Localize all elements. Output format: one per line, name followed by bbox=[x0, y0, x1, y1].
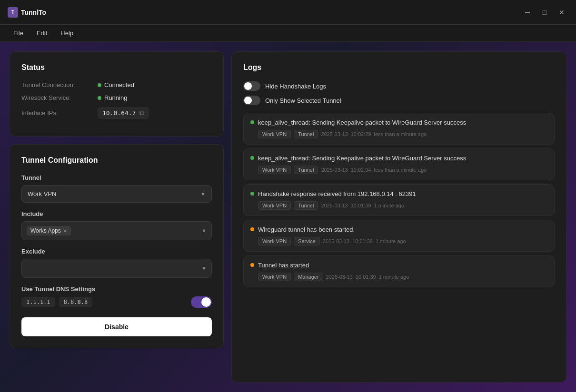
log-time-5: 10:01:39 bbox=[356, 274, 376, 280]
log-message-4: Wireguard tunnel has been started. bbox=[258, 226, 547, 233]
tunnel-connection-row: Tunnel Connection: Connected bbox=[21, 81, 212, 88]
log-message-5: Tunnel has started bbox=[258, 262, 547, 269]
log-badge-type-3: Tunnel bbox=[294, 201, 318, 210]
ip-box: 10.0.64.7 ⧉ bbox=[98, 107, 149, 119]
log-ago-3: 1 minute ago bbox=[374, 203, 404, 208]
log-date-3: 2025-03-13 bbox=[321, 203, 348, 208]
app-title: TunnlTo bbox=[21, 9, 46, 16]
minimize-button[interactable]: ─ bbox=[521, 6, 534, 19]
menu-edit[interactable]: Edit bbox=[31, 28, 53, 39]
menubar: File Edit Help bbox=[0, 25, 576, 42]
menu-file[interactable]: File bbox=[8, 28, 29, 39]
disable-button[interactable]: Disable bbox=[21, 317, 212, 336]
exclude-label: Exclude bbox=[21, 248, 212, 255]
log-tags-2: Work VPN Tunnel 2025-03-13 10:02:04 less… bbox=[250, 166, 547, 174]
dns-toggle[interactable] bbox=[191, 296, 212, 308]
status-card: Status Tunnel Connection: Connected Wire… bbox=[10, 51, 224, 137]
app-logo: T TunnlTo bbox=[8, 7, 46, 18]
log-tags-5: Work VPN Manager 2025-03-13 10:01:39 1 m… bbox=[250, 273, 547, 281]
hide-handshake-toggle[interactable] bbox=[243, 81, 260, 91]
menu-help[interactable]: Help bbox=[55, 28, 79, 39]
logs-list: keep_alive_thread: Sending Keepalive pac… bbox=[243, 113, 555, 287]
only-selected-knob bbox=[244, 97, 252, 104]
log-badge-type-5: Manager bbox=[294, 273, 323, 281]
tunnel-connection-label: Tunnel Connection: bbox=[21, 81, 98, 88]
log-ago-5: 1 minute ago bbox=[379, 274, 409, 280]
exclude-input[interactable]: ▼ bbox=[21, 259, 212, 278]
handshake-toggle-row: Hide Handshake Logs bbox=[243, 81, 555, 91]
log-ago-4: 1 minute ago bbox=[376, 238, 406, 244]
tunnel-dropdown[interactable]: Work VPN ▼ bbox=[21, 185, 212, 203]
log-header-4: Wireguard tunnel has been started. bbox=[250, 226, 547, 233]
log-entry-5: Tunnel has started Work VPN Manager 2025… bbox=[243, 255, 555, 287]
log-ago-1: less than a minute ago bbox=[374, 131, 427, 137]
wiresock-row: Wiresock Service: Running bbox=[21, 94, 212, 101]
main-content: Status Tunnel Connection: Connected Wire… bbox=[0, 42, 576, 392]
wiresock-status-dot bbox=[98, 96, 101, 100]
log-badge-type-4: Service bbox=[294, 237, 320, 245]
log-entry-2: keep_alive_thread: Sending Keepalive pac… bbox=[243, 148, 555, 180]
log-dot-2 bbox=[250, 156, 254, 160]
only-selected-tunnel-toggle[interactable] bbox=[243, 96, 260, 105]
log-badge-source-5: Work VPN bbox=[258, 273, 291, 281]
connection-status-text: Connected bbox=[104, 81, 134, 88]
dns-server-2: 8.8.8.8 bbox=[59, 297, 93, 307]
only-selected-tunnel-label: Only Show Selected Tunnel bbox=[265, 97, 341, 104]
exclude-dropdown-arrow: ▼ bbox=[201, 265, 207, 271]
maximize-button[interactable]: □ bbox=[538, 6, 551, 19]
log-tags-1: Work VPN Tunnel 2025-03-13 10:02:29 less… bbox=[250, 130, 547, 138]
log-entry-1: keep_alive_thread: Sending Keepalive pac… bbox=[243, 113, 555, 145]
logo-icon: T bbox=[8, 7, 18, 18]
connection-status-dot bbox=[98, 83, 101, 87]
close-button[interactable]: ✕ bbox=[555, 6, 568, 19]
log-header-3: Handshake response received from 192.168… bbox=[250, 190, 547, 197]
titlebar: T TunnlTo ─ □ ✕ bbox=[0, 0, 576, 25]
log-time-1: 10:02:29 bbox=[351, 131, 371, 137]
dns-label: Use Tunnel DNS Settings bbox=[21, 285, 212, 293]
log-ago-2: less than a minute ago bbox=[374, 167, 427, 173]
log-tags-3: Work VPN Tunnel 2025-03-13 10:01:39 1 mi… bbox=[250, 201, 547, 210]
hide-handshake-label: Hide Handshake Logs bbox=[265, 83, 326, 90]
log-message-3: Handshake response received from 192.168… bbox=[258, 190, 547, 197]
log-date-4: 2025-03-13 bbox=[323, 238, 349, 244]
log-header-2: keep_alive_thread: Sending Keepalive pac… bbox=[250, 155, 547, 162]
log-time-2: 10:02:04 bbox=[351, 167, 371, 173]
log-tags-4: Work VPN Service 2025-03-13 10:01:39 1 m… bbox=[250, 237, 547, 245]
log-message-2: keep_alive_thread: Sending Keepalive pac… bbox=[258, 155, 547, 162]
log-header-1: keep_alive_thread: Sending Keepalive pac… bbox=[250, 119, 547, 126]
ip-label: Interface IPs: bbox=[21, 109, 98, 117]
log-time-4: 10:01:39 bbox=[352, 238, 373, 244]
logs-toggles: Hide Handshake Logs Only Show Selected T… bbox=[243, 81, 555, 105]
selected-tunnel-toggle-row: Only Show Selected Tunnel bbox=[243, 96, 555, 105]
include-dropdown-arrow: ▼ bbox=[201, 228, 207, 234]
hide-handshake-knob bbox=[244, 82, 252, 90]
logs-title: Logs bbox=[243, 63, 555, 72]
include-tag-remove[interactable]: ✕ bbox=[63, 228, 67, 234]
log-date-2: 2025-03-13 bbox=[321, 167, 348, 173]
log-badge-type-2: Tunnel bbox=[294, 166, 318, 174]
log-dot-1 bbox=[250, 120, 254, 124]
include-input[interactable]: Works Apps ✕ ▼ bbox=[21, 221, 212, 240]
left-panel: Status Tunnel Connection: Connected Wire… bbox=[10, 51, 224, 382]
copy-ip-button[interactable]: ⧉ bbox=[139, 109, 144, 117]
dns-row: 1.1.1.1 8.8.8.8 bbox=[21, 296, 212, 308]
titlebar-controls: ─ □ ✕ bbox=[521, 6, 568, 19]
log-dot-3 bbox=[250, 192, 254, 196]
log-dot-4 bbox=[250, 227, 254, 231]
logs-card: Logs Hide Handshake Logs Only Show Selec… bbox=[231, 51, 566, 382]
log-time-3: 10:01:39 bbox=[351, 203, 371, 208]
log-badge-type-1: Tunnel bbox=[294, 130, 318, 138]
log-date-1: 2025-03-13 bbox=[321, 131, 348, 137]
log-entry-4: Wireguard tunnel has been started. Work … bbox=[243, 220, 555, 252]
ip-value: 10.0.64.7 bbox=[102, 109, 136, 117]
include-label: Include bbox=[21, 210, 212, 217]
log-dot-5 bbox=[250, 263, 254, 267]
include-tag-works-apps: Works Apps ✕ bbox=[27, 226, 71, 235]
log-badge-source-3: Work VPN bbox=[258, 201, 291, 210]
log-message-1: keep_alive_thread: Sending Keepalive pac… bbox=[258, 119, 547, 126]
wiresock-label: Wiresock Service: bbox=[21, 94, 98, 101]
wiresock-value: Running bbox=[98, 94, 127, 101]
log-badge-source-1: Work VPN bbox=[258, 130, 291, 138]
log-date-5: 2025-03-13 bbox=[326, 274, 353, 280]
tunnel-selected: Work VPN bbox=[28, 190, 56, 197]
